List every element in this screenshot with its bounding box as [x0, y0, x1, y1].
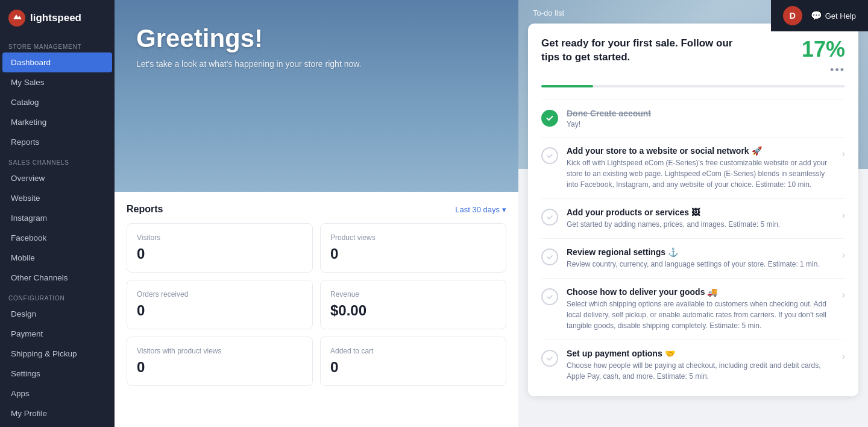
sidebar-item-website[interactable]: Website: [2, 188, 112, 208]
report-card-orders: Orders received 0: [127, 280, 313, 329]
check-icon: [546, 355, 553, 362]
add-store-desc: Kick off with Lightspeed eCom (E-Series)…: [567, 157, 834, 190]
sales-channels-section: Sales channels Overview Website Instagra…: [0, 152, 115, 288]
todo-item-payment-options[interactable]: Set up payment options 🤝 Choose how peop…: [541, 340, 845, 390]
todo-check-payment-options: [541, 350, 558, 367]
sidebar-item-overview[interactable]: Overview: [2, 168, 112, 188]
added-to-cart-value: 0: [330, 359, 496, 376]
sidebar-item-other-channels[interactable]: Other Channels: [2, 268, 112, 288]
todo-check-review-regional: [541, 248, 558, 265]
todo-item-add-store[interactable]: Add your store to a website or social ne…: [541, 137, 845, 198]
todo-check-add-products: [541, 209, 558, 226]
greeting-heading: Greetings!: [136, 24, 497, 53]
create-account-done-text: Yay!: [567, 120, 845, 128]
add-products-title: Add your products or services 🖼: [567, 207, 834, 217]
sidebar-item-payment[interactable]: Payment: [2, 324, 112, 344]
payment-options-title: Set up payment options 🤝: [567, 349, 834, 358]
product-views-label: Product views: [330, 233, 496, 242]
added-to-cart-label: Added to cart: [330, 347, 496, 355]
todo-item-body: Add your products or services 🖼 Get star…: [567, 207, 834, 230]
todo-item-body: Done Create account Yay!: [567, 109, 845, 128]
check-icon: [546, 152, 553, 159]
chevron-right-icon: ›: [842, 210, 845, 221]
checkmark-icon: [546, 114, 554, 122]
report-card-added-to-cart: Added to cart 0: [320, 337, 506, 386]
todo-item-deliver-goods[interactable]: Choose how to deliver your goods 🚚 Selec…: [541, 278, 845, 340]
todo-item-create-account[interactable]: Done Create account Yay!: [541, 100, 845, 137]
reports-header: Reports Last 30 days ▾: [127, 204, 506, 215]
report-card-visitors: Visitors 0: [127, 223, 313, 273]
orders-label: Orders received: [137, 290, 303, 299]
get-help-button[interactable]: 💬 Get Help: [811, 10, 856, 21]
todo-item-body: Add your store to a website or social ne…: [567, 146, 834, 190]
sidebar-item-marketing[interactable]: Marketing: [2, 112, 112, 132]
visitors-product-views-label: Visitors with product views: [137, 347, 303, 355]
check-icon: [546, 293, 553, 300]
sidebar-item-catalog[interactable]: Catalog: [2, 92, 112, 112]
sidebar-item-dashboard[interactable]: Dashboard: [2, 52, 112, 72]
add-store-title: Add your store to a website or social ne…: [567, 146, 834, 156]
hero-content: Greetings! Let's take a look at what's h…: [115, 0, 518, 83]
todo-progress-bar: [541, 85, 845, 87]
chat-icon: 💬: [811, 10, 822, 21]
sidebar-item-reports[interactable]: Reports: [2, 132, 112, 152]
sidebar-item-facebook[interactable]: Facebook: [2, 228, 112, 248]
store-management-section: Store management Dashboard My Sales Cata…: [0, 36, 115, 152]
todo-item-review-regional[interactable]: Review regional settings ⚓ Review countr…: [541, 238, 845, 278]
report-card-revenue: Revenue $0.00: [320, 280, 506, 329]
todo-item-body: Review regional settings ⚓ Review countr…: [567, 247, 834, 270]
todo-item-body: Set up payment options 🤝 Choose how peop…: [567, 349, 834, 382]
chevron-right-icon: ›: [842, 351, 845, 362]
hero-subtitle: Let's take a look at what's happening in…: [136, 59, 497, 69]
chevron-right-icon: ›: [842, 289, 845, 300]
revenue-label: Revenue: [330, 290, 496, 299]
todo-progress-fill: [541, 85, 593, 87]
sidebar-item-my-profile[interactable]: My Profile: [2, 403, 112, 423]
sidebar-item-instagram[interactable]: Instagram: [2, 208, 112, 228]
reports-cards: Visitors 0 Product views 0 Orders receiv…: [127, 223, 506, 386]
sidebar-logo[interactable]: lightspeed: [0, 0, 115, 36]
add-products-desc: Get started by adding names, prices, and…: [567, 219, 834, 230]
content-area: Greetings! Let's take a look at what's h…: [115, 0, 868, 427]
hero-panel: Greetings! Let's take a look at what's h…: [115, 0, 518, 427]
main-content: D 💬 Get Help: [115, 0, 868, 427]
todo-check-deliver-goods: [541, 288, 558, 305]
chevron-right-icon: ›: [842, 148, 845, 159]
chevron-down-icon: ▾: [502, 205, 506, 214]
sidebar-item-apps[interactable]: Apps: [2, 384, 112, 403]
todo-item-add-products[interactable]: Add your products or services 🖼 Get star…: [541, 198, 845, 238]
orders-value: 0: [137, 302, 303, 319]
todo-check-add-store: [541, 147, 558, 164]
sidebar: lightspeed Store management Dashboard My…: [0, 0, 115, 427]
sidebar-item-shipping-pickup[interactable]: Shipping & Pickup: [2, 344, 112, 364]
review-regional-desc: Review country, currency, and language s…: [567, 259, 834, 270]
visitors-label: Visitors: [137, 233, 303, 242]
lightspeed-logo-icon: [8, 10, 25, 27]
avatar-button[interactable]: D: [783, 6, 802, 25]
todo-item-body: Choose how to deliver your goods 🚚 Selec…: [567, 287, 834, 331]
visitors-value: 0: [137, 245, 303, 262]
todo-card-title: Get ready for your first sale. Follow ou…: [541, 37, 739, 65]
deliver-goods-title: Choose how to deliver your goods 🚚: [567, 287, 834, 297]
app-name: lightspeed: [30, 12, 81, 24]
report-card-visitors-product-views: Visitors with product views 0: [127, 337, 313, 386]
sidebar-item-mobile[interactable]: Mobile: [2, 248, 112, 268]
topbar: D 💬 Get Help: [771, 0, 868, 31]
sidebar-item-design[interactable]: Design: [2, 304, 112, 324]
todo-card-header: Get ready for your first sale. Follow ou…: [541, 37, 845, 75]
todo-check-done: [541, 110, 558, 127]
todo-more-button[interactable]: •••: [830, 65, 845, 75]
product-views-value: 0: [330, 245, 496, 262]
sidebar-item-my-sales[interactable]: My Sales: [2, 72, 112, 92]
sidebar-item-settings[interactable]: Settings: [2, 364, 112, 384]
reports-filter-button[interactable]: Last 30 days ▾: [455, 205, 506, 214]
visitors-product-views-value: 0: [137, 359, 303, 376]
payment-options-desc: Choose how people will be paying at chec…: [567, 360, 834, 382]
store-management-label: Store management: [0, 36, 115, 52]
configuration-label: Configuration: [0, 288, 115, 304]
create-account-label: Done Create account: [567, 109, 845, 118]
configuration-section: Configuration Design Payment Shipping & …: [0, 288, 115, 423]
revenue-value: $0.00: [330, 302, 496, 319]
sales-channels-label: Sales channels: [0, 152, 115, 168]
check-icon: [546, 253, 553, 261]
